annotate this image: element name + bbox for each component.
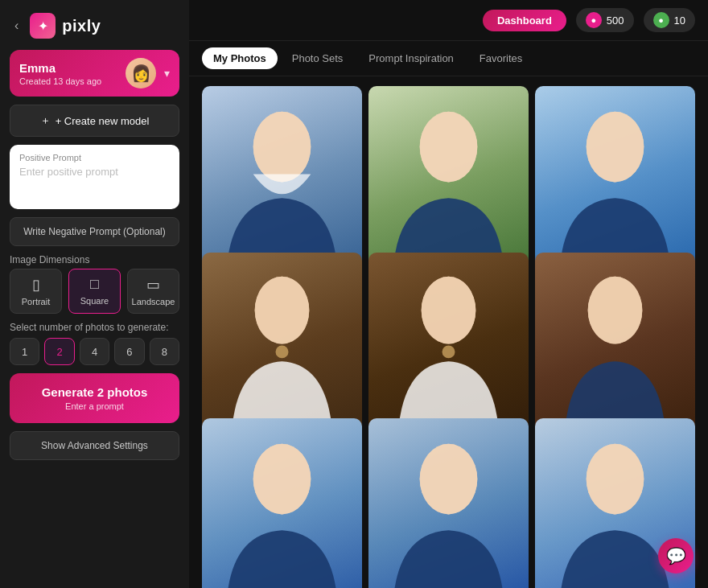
chevron-down-icon: ▾ xyxy=(164,67,170,80)
credit-icon-green: ● xyxy=(653,12,669,28)
square-icon: □ xyxy=(90,276,99,293)
photo-card-7[interactable] xyxy=(202,418,362,588)
generate-button[interactable]: Generate 2 photos Enter a prompt xyxy=(10,373,179,423)
prompt-placeholder: Enter positive prompt xyxy=(19,166,170,178)
count-8-button[interactable]: 8 xyxy=(150,338,179,365)
count-6-button[interactable]: 6 xyxy=(114,338,144,365)
count-2-button[interactable]: 2 xyxy=(44,338,74,365)
svg-point-11 xyxy=(442,345,455,358)
dimension-options: ▯ Portrait □ Square ▭ Landscape xyxy=(10,269,179,314)
count-1-button[interactable]: 1 xyxy=(10,338,39,365)
svg-point-19 xyxy=(587,444,644,515)
generate-sub: Enter a prompt xyxy=(21,401,168,412)
logo-text: pixly xyxy=(62,17,101,35)
svg-point-7 xyxy=(255,277,310,344)
user-created: Created 13 days ago xyxy=(19,76,117,86)
square-label: Square xyxy=(80,296,109,306)
credit-badge-main: ● 500 xyxy=(576,8,634,32)
landscape-label: Landscape xyxy=(132,297,175,306)
logo-row: ‹ ✦ pixly xyxy=(10,10,179,42)
user-card[interactable]: Emma Created 13 days ago 👩 ▾ xyxy=(10,50,179,97)
portrait-label: Portrait xyxy=(22,297,50,306)
logo-icon: ✦ xyxy=(30,13,56,39)
svg-point-5 xyxy=(587,112,644,183)
prompt-label: Positive Prompt xyxy=(19,153,170,162)
main-content: Dashboard ● 500 ● 10 My Photos Photo Set… xyxy=(189,0,708,588)
landscape-icon: ▭ xyxy=(146,276,160,294)
topbar: Dashboard ● 500 ● 10 xyxy=(189,0,708,41)
dimensions-label: Image Dimensions xyxy=(10,254,179,265)
credit-extra: 10 xyxy=(674,14,685,27)
portrait-icon: ▯ xyxy=(32,276,40,294)
credit-badge-extra: ● 10 xyxy=(644,8,695,32)
photo-grid: Em... Professional Headsh... Em... Profe… xyxy=(189,76,708,588)
dashboard-button[interactable]: Dashboard xyxy=(483,10,566,31)
svg-point-1 xyxy=(253,112,311,183)
photo-card-8[interactable] xyxy=(368,418,529,588)
sidebar: ‹ ✦ pixly Emma Created 13 days ago 👩 ▾ ＋… xyxy=(0,0,189,588)
dimensions-section: Image Dimensions ▯ Portrait □ Square ▭ L… xyxy=(10,254,179,314)
count-section: Select number of photos to generate: 1 2… xyxy=(10,322,179,365)
photo-bg-7 xyxy=(202,418,362,588)
count-label: Select number of photos to generate: xyxy=(10,322,179,333)
tabs: My Photos Photo Sets Prompt Inspiration … xyxy=(189,41,708,76)
user-info: Emma Created 13 days ago xyxy=(19,61,117,86)
plus-icon: ＋ xyxy=(40,113,51,128)
negative-prompt-button[interactable]: Write Negative Prompt (Optional) xyxy=(10,217,179,246)
tab-prompt-inspiration[interactable]: Prompt Inspiration xyxy=(357,47,465,69)
chat-bubble-button[interactable]: 💬 xyxy=(658,538,694,574)
svg-point-15 xyxy=(253,444,311,515)
generate-label: Generate 2 photos xyxy=(21,384,168,401)
tab-favorites[interactable]: Favorites xyxy=(468,47,533,69)
square-button[interactable]: □ Square xyxy=(68,269,121,314)
svg-point-10 xyxy=(422,277,476,344)
svg-point-17 xyxy=(420,444,478,515)
portrait-button[interactable]: ▯ Portrait xyxy=(10,269,62,314)
user-name: Emma xyxy=(19,61,117,75)
svg-point-3 xyxy=(420,112,478,183)
svg-point-8 xyxy=(276,345,289,358)
create-model-button[interactable]: ＋ + Create new model xyxy=(10,105,179,137)
credit-icon-pink: ● xyxy=(586,12,602,28)
avatar: 👩 xyxy=(126,58,156,88)
count-options: 1 2 4 6 8 xyxy=(10,338,179,365)
photo-bg-8 xyxy=(368,418,529,588)
tab-my-photos[interactable]: My Photos xyxy=(202,47,278,69)
credit-amount: 500 xyxy=(607,14,624,27)
advanced-settings-button[interactable]: Show Advanced Settings xyxy=(10,431,179,460)
tab-photo-sets[interactable]: Photo Sets xyxy=(281,47,355,69)
svg-point-13 xyxy=(588,277,643,344)
positive-prompt-box[interactable]: Positive Prompt Enter positive prompt xyxy=(10,145,179,209)
count-4-button[interactable]: 4 xyxy=(80,338,109,365)
back-button[interactable]: ‹ xyxy=(10,17,23,35)
landscape-button[interactable]: ▭ Landscape xyxy=(127,269,179,314)
